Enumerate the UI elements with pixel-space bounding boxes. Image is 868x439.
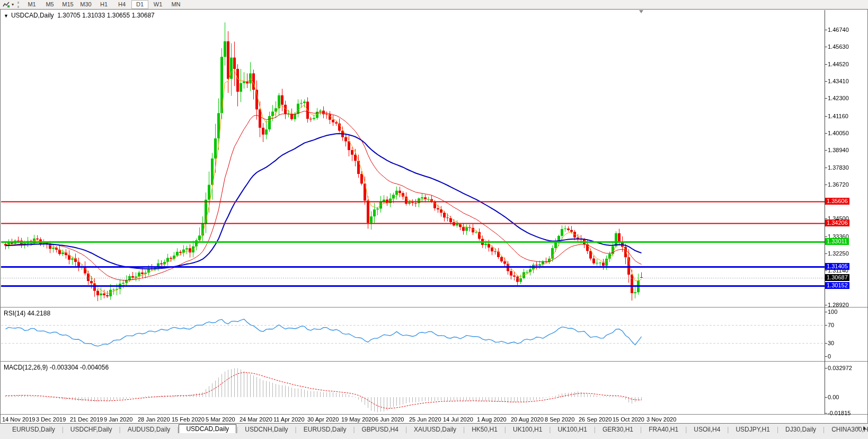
price-tick-label: 1.41160 (828, 113, 848, 119)
timeframe-button-h1[interactable]: H1 (95, 0, 112, 9)
level-price-label: 1.30152 (825, 282, 849, 289)
macd-tick-label: 0.00 (828, 394, 839, 400)
timeframe-button-m15[interactable]: M15 (59, 0, 76, 9)
price-tick-label: 1.38940 (828, 147, 849, 153)
chart-tab-hk50-h1[interactable]: HK50,H1 (465, 426, 504, 433)
rsi-tick-label: 100 (828, 309, 837, 315)
date-tick-label: 6 Jun 2020 (375, 416, 404, 423)
date-tick-label: 1 Aug 2020 (477, 416, 507, 423)
chart-tab-ger30-h1[interactable]: GER30,H1 (596, 426, 640, 433)
scroll-left-icon[interactable] (856, 426, 859, 431)
date-tick-label: 25 Jun 2020 (409, 416, 441, 423)
mt4-application: ▾ M1M5M15M30H1H4D1W1MN ▼USDCAD,Daily 1.3… (0, 0, 868, 439)
level-price-label: 1.35606 (825, 198, 849, 205)
price-tick-label: 1.36720 (828, 181, 849, 188)
date-tick-label: 19 May 2020 (341, 416, 375, 423)
price-tick-label: 1.40050 (828, 130, 849, 136)
date-tick-label: 14 Jul 2020 (443, 416, 473, 423)
chart-tab-dj30-daily[interactable]: DJ30,Daily (778, 426, 823, 433)
date-tick-label: 15 Oct 2020 (613, 416, 644, 423)
date-tick-label: 20 Aug 2020 (511, 416, 544, 423)
chart-tab-eurusd-daily[interactable]: EURUSD,Daily (5, 426, 62, 433)
macd-tick-label: 0.032972 (828, 365, 852, 371)
timeframe-button-m30[interactable]: M30 (77, 0, 94, 9)
chart-shift-marker[interactable] (639, 10, 643, 13)
chart-plot-area[interactable] (0, 9, 868, 424)
chart-tabs: EURUSD,Daily|USDCHF,Daily|AUDUSD,Daily|U… (5, 424, 868, 433)
timeframe-button-w1[interactable]: W1 (149, 0, 166, 9)
level-price-label: 1.33011 (825, 238, 849, 245)
chart-tab-uk100-h1[interactable]: UK100,H1 (551, 426, 594, 433)
date-tick-label: 11 Apr 2020 (273, 416, 305, 423)
timeframe-toolbar: ▾ M1M5M15M30H1H4D1W1MN (0, 0, 868, 9)
chart-tab-uk100-h1[interactable]: UK100,H1 (506, 426, 549, 433)
date-tick-label: 8 Sep 2020 (545, 416, 574, 423)
chart-tab-usdcad-daily[interactable]: USDCAD,Daily (179, 424, 236, 433)
price-tick-label: 1.44520 (828, 61, 849, 67)
chart-tools-icon[interactable] (2, 1, 11, 8)
price-tick-label: 1.32250 (828, 250, 849, 257)
level-price-label: 1.31405 (825, 263, 849, 270)
triangle-down-icon[interactable]: ▼ (4, 13, 8, 19)
rsi-tick-label: 70 (828, 322, 834, 328)
chart-tab-eurusd-daily[interactable]: EURUSD,Daily (297, 426, 353, 433)
chart-tab-usdjpy-h1[interactable]: USDJPY,H1 (729, 426, 776, 433)
date-tick-label: 3 Dec 2019 (36, 416, 66, 423)
date-tick-label: 28 Jan 2020 (138, 416, 170, 423)
timeframe-button-m1[interactable]: M1 (23, 0, 40, 9)
chart-tab-usdchf-daily[interactable]: USDCHF,Daily (64, 426, 119, 433)
date-tick-label: 26 Sep 2020 (579, 416, 612, 423)
price-tick-label: 1.43410 (828, 78, 849, 84)
tab-scroll-buttons (856, 426, 866, 431)
chart-ohlc-quote: 1.30705 1.31033 1.30655 1.30687 (57, 12, 155, 19)
chart-tab-xauusd-daily[interactable]: XAUUSD,Daily (407, 426, 463, 433)
level-price-label: 1.34206 (825, 220, 849, 226)
date-tick-label: 15 Feb 2020 (172, 416, 205, 423)
macd-tick-label: -0.01815 (828, 410, 851, 416)
price-tick-label: 1.42300 (828, 95, 849, 101)
macd-header: MACD(12,26,9) -0.003304 -0.004056 (4, 364, 109, 371)
chart-tab-usoil-h4[interactable]: USOil,H4 (687, 426, 727, 433)
price-tick-label: 1.37830 (828, 164, 849, 171)
timeframe-button-m5[interactable]: M5 (41, 0, 58, 9)
current-price-label: 1.30687 (825, 274, 849, 281)
date-tick-label: 14 Nov 2019 (2, 416, 35, 423)
chart-tab-bar: EURUSD,Daily|USDCHF,Daily|AUDUSD,Daily|U… (0, 424, 868, 433)
price-tick-label: 1.28920 (828, 302, 849, 308)
chart-title: ▼USDCAD,Daily 1.30705 1.31033 1.30655 1.… (4, 12, 155, 19)
date-tick-label: 5 Mar 2020 (206, 416, 235, 423)
toolbar-grip[interactable] (17, 2, 19, 8)
chevron-down-icon[interactable]: ▾ (12, 2, 14, 7)
rsi-tick-label: 30 (828, 340, 834, 346)
price-tick-label: 1.45630 (828, 43, 849, 50)
date-tick-label: 9 Jan 2020 (104, 416, 132, 423)
timeframe-button-mn[interactable]: MN (167, 0, 184, 9)
chart-tab-fra40-h1[interactable]: FRA40,H1 (642, 426, 685, 433)
chart-tab-gbpusd-h4[interactable]: GBPUSD,H4 (355, 426, 405, 433)
timeframe-button-d1[interactable]: D1 (131, 0, 148, 9)
date-tick-label: 21 Dec 2019 (70, 416, 103, 423)
chart-tab-usdcnh-daily[interactable]: USDCNH,Daily (238, 426, 295, 433)
timeframe-buttons: M1M5M15M30H1H4D1W1MN (23, 0, 185, 9)
date-tick-label: 30 Apr 2020 (307, 416, 339, 423)
rsi-tick-label: 0 (828, 353, 831, 359)
rsi-header: RSI(14) 44.2188 (4, 310, 50, 317)
date-tick-label: 24 Mar 2020 (240, 416, 272, 423)
scroll-right-icon[interactable] (863, 426, 866, 431)
date-tick-label: 3 Nov 2020 (646, 416, 676, 423)
chart-symbol: USDCAD,Daily (11, 12, 54, 19)
price-tick-label: 1.46740 (828, 27, 849, 33)
chart-tab-audusd-daily[interactable]: AUDUSD,Daily (121, 426, 178, 433)
timeframe-button-h4[interactable]: H4 (113, 0, 130, 9)
